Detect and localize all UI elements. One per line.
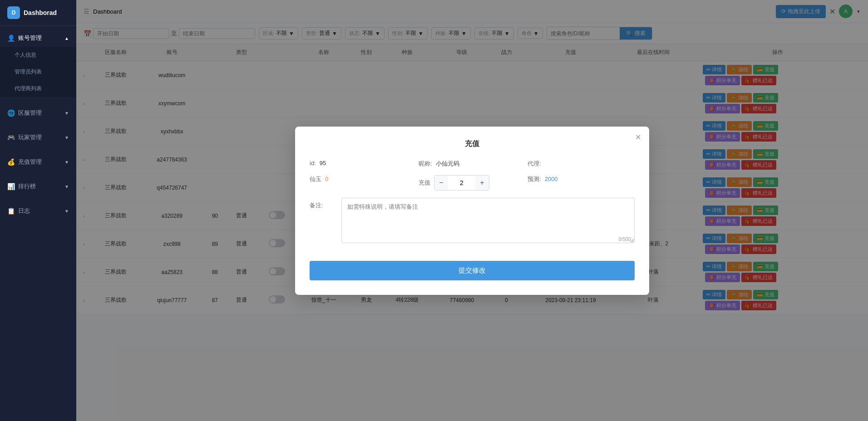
- sidebar-item-player-label: 玩家管理: [18, 133, 42, 142]
- chevron-down-icon5: ▼: [64, 209, 69, 214]
- char-count: 0/500: [618, 236, 631, 242]
- modal-close-icon[interactable]: ✕: [635, 133, 641, 142]
- sidebar-item-server-label: 区服管理: [18, 109, 42, 117]
- sidebar-item-personal-label: 个人信息: [15, 51, 36, 59]
- modal-jade-value: 0: [325, 176, 328, 182]
- sidebar-logo: D Dashborad: [0, 0, 76, 26]
- modal-textarea-wrap: 0/500: [341, 198, 635, 245]
- modal-row-2: 仙玉 0 充值 − + 预测: 2000: [310, 175, 635, 191]
- modal-title: 充值: [310, 139, 635, 149]
- sidebar-item-recharge[interactable]: 💰 充值管理 ▼: [0, 153, 76, 171]
- sidebar-item-agent[interactable]: 代理商列表: [0, 80, 76, 97]
- sidebar-item-player[interactable]: 🎮 玩家管理 ▼: [0, 129, 76, 146]
- modal-note-label: 备注:: [310, 198, 323, 210]
- chevron-up-icon: ▲: [64, 36, 69, 41]
- sidebar-item-server[interactable]: 🌐 区服管理 ▼: [0, 104, 76, 122]
- sidebar-item-agent-label: 代理商列表: [15, 85, 42, 93]
- increase-button[interactable]: +: [475, 176, 489, 190]
- modal-note-textarea[interactable]: [341, 198, 635, 243]
- decrease-button[interactable]: −: [434, 176, 448, 190]
- modal-id-value: 95: [320, 160, 326, 166]
- sidebar-section-log: 📋 日志 ▼: [0, 199, 76, 223]
- sidebar-section-account: 👤 账号管理 ▲ 个人信息 管理员列表 代理商列表: [0, 26, 76, 101]
- recharge-number-input: − +: [434, 175, 489, 191]
- modal-id-label: id:: [310, 160, 316, 166]
- sidebar: D Dashborad 👤 账号管理 ▲ 个人信息 管理员列表 代理商列表 🌐 …: [0, 0, 76, 421]
- sidebar-item-account[interactable]: 👤 账号管理 ▲: [0, 29, 76, 47]
- chevron-down-icon: ▼: [64, 111, 69, 116]
- sidebar-section-rank: 📊 排行榜 ▼: [0, 174, 76, 199]
- sidebar-item-log[interactable]: 📋 日志 ▼: [0, 202, 76, 220]
- sidebar-section-server: 🌐 区服管理 ▼: [0, 101, 76, 125]
- modal-row-3: 备注: 0/500: [310, 198, 635, 245]
- sidebar-item-rank-label: 排行榜: [18, 182, 36, 191]
- modal-field-agent: 代理:: [528, 160, 618, 168]
- chevron-down-icon4: ▼: [64, 184, 69, 189]
- account-icon: 👤: [7, 34, 15, 42]
- sidebar-item-rank[interactable]: 📊 排行榜 ▼: [0, 178, 76, 195]
- sidebar-sub-account: 个人信息 管理员列表 代理商列表: [0, 47, 76, 97]
- modal-forecast-value: 2000: [545, 176, 558, 182]
- sidebar-item-log-label: 日志: [18, 207, 30, 215]
- sidebar-item-account-label: 账号管理: [18, 34, 42, 42]
- rank-icon: 📊: [7, 183, 15, 190]
- sidebar-item-recharge-label: 充值管理: [18, 158, 42, 166]
- sidebar-item-admin-label: 管理员列表: [15, 68, 42, 76]
- logo-icon: D: [7, 6, 20, 19]
- modal-overlay[interactable]: 充值 ✕ id: 95 昵称: 小仙元码 代理:: [76, 0, 868, 421]
- sidebar-item-personal[interactable]: 个人信息: [0, 47, 76, 64]
- modal-jade-label: 仙玉: [310, 175, 321, 183]
- sidebar-section-player: 🎮 玩家管理 ▼: [0, 125, 76, 150]
- modal-submit-button[interactable]: 提交修改: [310, 261, 635, 280]
- modal-nickname-label: 昵称:: [419, 160, 432, 168]
- player-icon: 🎮: [7, 134, 15, 141]
- modal-nickname-value: 小仙元码: [436, 160, 459, 168]
- recharge-value-input[interactable]: [448, 177, 475, 188]
- sidebar-section-recharge: 💰 充值管理 ▼: [0, 150, 76, 174]
- modal-forecast-label: 预测:: [528, 175, 541, 183]
- recharge-icon: 💰: [7, 158, 15, 166]
- sidebar-logo-text: Dashborad: [24, 9, 57, 16]
- main-content: ☰ Dashboard ⟳ 拖拽至此上传 ✕ A ▼ 📅 至 区域: 不限 ▼: [76, 0, 868, 421]
- modal-field-recharge: 充值 − +: [419, 175, 509, 191]
- modal-agent-label: 代理:: [528, 160, 541, 168]
- modal-field-id: id: 95: [310, 160, 400, 166]
- log-icon: 📋: [7, 207, 15, 215]
- modal-field-forecast: 预测: 2000: [528, 175, 618, 183]
- modal-row-1: id: 95 昵称: 小仙元码 代理:: [310, 160, 635, 168]
- modal-recharge-label: 充值: [419, 179, 430, 187]
- recharge-modal: 充值 ✕ id: 95 昵称: 小仙元码 代理:: [295, 127, 649, 295]
- modal-field-jade: 仙玉 0: [310, 175, 400, 183]
- modal-field-nickname: 昵称: 小仙元码: [419, 160, 509, 168]
- chevron-down-icon3: ▼: [64, 160, 69, 165]
- sidebar-item-admin[interactable]: 管理员列表: [0, 64, 76, 80]
- server-icon: 🌐: [7, 109, 15, 117]
- chevron-down-icon2: ▼: [64, 135, 69, 140]
